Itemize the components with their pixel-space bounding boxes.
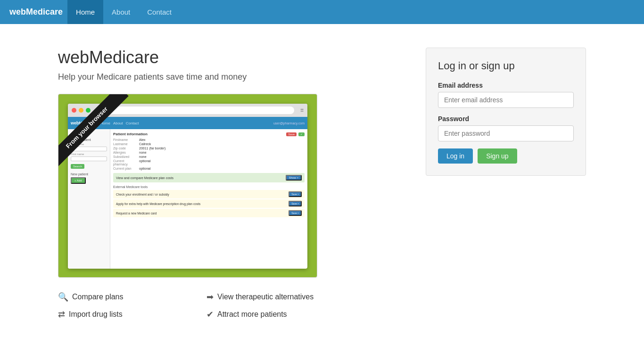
browser-inner-nav: webMedicare Home About Contact user@phar… (68, 117, 307, 129)
browser-field-firstname: Firstname Alex (113, 138, 305, 141)
login-title: Log in or sign up (438, 60, 574, 72)
main-container: webMedicare Help your Medicare patients … (39, 24, 605, 338)
nav-link-home[interactable]: Home (67, 0, 103, 24)
browser-main-content: Patient information Save ✓ Firstname Ale… (110, 129, 307, 269)
browser-content: Patient Import patient Last name First n… (68, 129, 307, 269)
browser-nav-brand: webMedicare (71, 121, 98, 125)
page-subtitle: Help your Medicare patients save time an… (58, 72, 407, 82)
email-input[interactable] (438, 92, 574, 108)
browser-ok-btn: ✓ (298, 132, 305, 136)
feature-label-attract: Attract more patients (217, 310, 287, 319)
browser-firstname-label: First name (71, 153, 107, 156)
auth-btn-row: Log in Sign up (438, 148, 574, 164)
browser-ext-row-2: Apply for extra help with Medicare presc… (113, 199, 305, 208)
nav-link-contact[interactable]: Contact (139, 0, 180, 24)
checkmark-icon: ✔ (206, 309, 214, 320)
browser-compare-btn[interactable]: Show > (286, 175, 302, 181)
browser-field-pharmacy: Current pharmacy optional (113, 159, 305, 166)
browser-external-label: External Medicare tools (113, 185, 305, 189)
browser-patient-info-title: Patient information (113, 132, 148, 136)
browser-ext-row-1: Check your enrollment and / or subsidy S… (113, 190, 305, 198)
password-label: Password (438, 115, 574, 123)
browser-search-btn[interactable]: Search (71, 164, 84, 169)
browser-field-allergies: Allergies none (113, 151, 305, 154)
feature-label-import: Import drug lists (69, 310, 123, 319)
screenshot-container: From your browser ☰ webMedicare Home Abo… (58, 94, 317, 278)
browser-action-btns: Save ✓ (286, 132, 305, 136)
feature-import: ⇄ Import drug lists (58, 309, 192, 320)
arrow-right-icon: ➡ (206, 292, 214, 302)
browser-field-lastname: Lastname Callreck (113, 142, 305, 146)
browser-patient-heading: Patient (71, 132, 107, 136)
browser-import-label: Import patient (71, 138, 107, 141)
browser-compare-section: View and compare Medicare plan costs Sho… (113, 173, 305, 182)
import-icon: ⇄ (58, 309, 65, 320)
browser-field-subsidized: Subsidized none (113, 155, 305, 158)
browser-sidebar: Patient Import patient Last name First n… (68, 129, 110, 269)
login-button[interactable]: Log in (438, 148, 473, 164)
password-form-group: Password (438, 115, 574, 141)
left-section: webMedicare Help your Medicare patients … (58, 48, 407, 320)
browser-ext-save-2[interactable]: Save > (289, 201, 302, 206)
login-card: Log in or sign up Email address Password… (426, 48, 586, 176)
browser-add-btn[interactable]: + Add (71, 177, 86, 184)
browser-newpatient-label: New patient (71, 173, 107, 176)
fake-browser: ☰ webMedicare Home About Contact user@ph… (68, 104, 307, 269)
password-input[interactable] (438, 125, 574, 141)
browser-dot-yellow (79, 108, 83, 113)
email-form-group: Email address (438, 82, 574, 108)
features-grid: 🔍 Compare plans ➡ View therapeutic alter… (58, 292, 341, 320)
browser-ext-row-3: Request a new Medicare card Save > (113, 209, 305, 217)
browser-lastname-input (71, 147, 107, 151)
browser-compare-label: View and compare Medicare plan costs (116, 176, 173, 180)
signup-button[interactable]: Sign up (478, 148, 517, 164)
browser-nav-home: Home (100, 121, 110, 125)
browser-ext-save-1[interactable]: Save > (289, 191, 302, 197)
feature-therapeutic: ➡ View therapeutic alternatives (206, 292, 341, 302)
browser-nav-contact: Contact (126, 121, 139, 125)
page-title: webMedicare (58, 48, 407, 67)
nav-link-about[interactable]: About (103, 0, 139, 24)
browser-patient-info-header: Patient information Save ✓ (113, 132, 305, 136)
nav-brand: webMedicare (9, 7, 63, 17)
browser-save-btn: Save (286, 132, 297, 136)
feature-compare-plans: 🔍 Compare plans (58, 292, 192, 302)
nav-links: Home About Contact (67, 0, 180, 24)
browser-field-plan: Current plan optional (113, 167, 305, 170)
browser-lastname-label: Last name (71, 143, 107, 146)
browser-dot-red (72, 108, 76, 113)
browser-nav-about: About (113, 121, 123, 125)
feature-label-therapeutic: View therapeutic alternatives (217, 293, 314, 301)
browser-ext-save-3[interactable]: Save > (289, 210, 302, 216)
browser-user: user@pharmacy.com (273, 122, 305, 125)
search-icon: 🔍 (58, 292, 68, 302)
feature-label-compare: Compare plans (72, 293, 124, 301)
feature-attract: ✔ Attract more patients (206, 309, 341, 320)
browser-field-zip: Zip code 20011 (far border) (113, 147, 305, 150)
navbar: webMedicare Home About Contact (0, 0, 644, 24)
browser-firstname-input (71, 156, 107, 161)
browser-toolbar: ☰ (68, 104, 307, 117)
browser-dot-green (86, 108, 91, 113)
right-section: Log in or sign up Email address Password… (426, 48, 586, 320)
email-label: Email address (438, 82, 574, 89)
browser-urlbar (97, 107, 294, 114)
